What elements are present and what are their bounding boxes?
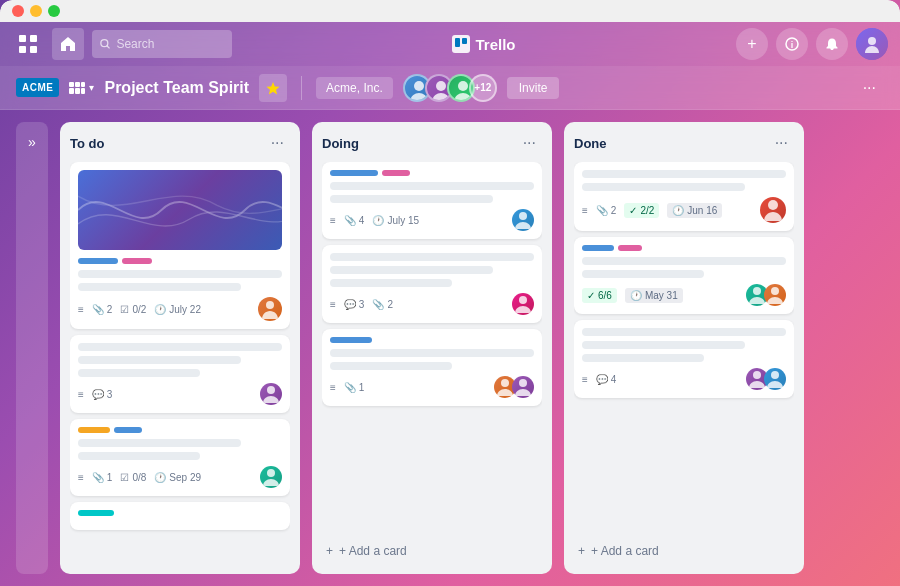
check-icon: ☑ [120,304,129,315]
svg-rect-3 [30,46,37,53]
card-meta: ≡ 💬 4 [582,374,616,385]
meta-comment: 💬 4 [596,374,617,385]
svg-point-15 [458,81,468,91]
card-meta: ≡ 📎 4 🕐 July 15 [330,215,419,226]
card-doing-1[interactable]: ≡ 📎 4 🕐 July 15 [322,162,542,239]
card-text [582,341,745,349]
card-todo-1[interactable]: ≡ 📎 2 ☑ 0/2 🕐 July 22 [70,162,290,329]
svg-rect-8 [462,38,467,44]
meta-attach: 📎 2 [596,205,617,216]
svg-point-16 [266,301,274,309]
svg-text:i: i [791,40,794,50]
card-meta: ≡ 💬 3 📎 2 [330,299,393,310]
star-button[interactable] [259,74,287,102]
card-footer: ≡ 💬 4 [582,368,786,390]
card-done-2[interactable]: ✓ 6/6 🕐 May 31 [574,237,794,314]
card-avatar [260,466,282,488]
card-todo-3[interactable]: ≡ 📎 1 ☑ 0/8 🕐 Sep 29 [70,419,290,496]
card-avatar [760,197,786,223]
workspace-chip[interactable]: Acme, Inc. [316,77,393,99]
board-title: Project Team Spirit [104,79,249,97]
card-text [330,279,452,287]
card-meta: ≡ 📎 1 [330,382,364,393]
list-done-title: Done [574,136,607,151]
card-meta: ✓ 6/6 🕐 May 31 [582,288,683,303]
clock-icon: 🕐 [154,304,166,315]
svg-point-18 [267,469,275,477]
workspace-icon [69,82,85,94]
card-labels [78,427,282,433]
card-text [330,266,493,274]
search-input[interactable] [116,37,224,51]
list-todo-menu[interactable]: ··· [265,132,290,154]
meta-date: 🕐 Sep 29 [154,472,201,483]
meta-check: ☑ 0/2 [120,304,146,315]
svg-point-14 [436,81,446,91]
label-blue [114,427,142,433]
workspace-chevron: ▾ [89,82,94,93]
card-done-3[interactable]: ≡ 💬 4 [574,320,794,398]
meta-date: 🕐 July 15 [372,215,419,226]
list-done-menu[interactable]: ··· [769,132,794,154]
sidebar-toggle[interactable]: » [24,130,40,154]
card-text [78,452,200,460]
card-todo-4[interactable] [70,502,290,530]
svg-rect-6 [452,35,470,53]
card-footer: ✓ 6/6 🕐 May 31 [582,284,786,306]
home-button[interactable] [52,28,84,60]
svg-point-19 [519,212,527,220]
card-footer: ≡ 📎 1 ☑ 0/8 🕐 Sep 29 [78,466,282,488]
checklist-badge: ✓ 6/6 [582,288,617,303]
info-button[interactable]: i [776,28,808,60]
card-meta: ≡ 📎 1 ☑ 0/8 🕐 Sep 29 [78,472,201,483]
board-menu-button[interactable]: ··· [855,75,884,101]
label-blue [78,258,118,264]
card-todo-2[interactable]: ≡ 💬 3 [70,335,290,413]
svg-marker-12 [267,82,280,95]
card-text [78,369,200,377]
meta-comment: 💬 3 [92,389,113,400]
meta-comment: 💬 3 [344,299,365,310]
list-doing-header: Doing ··· [322,132,542,154]
svg-rect-7 [455,38,460,47]
divider-1 [301,76,302,100]
card-avatar [512,293,534,315]
label-pink [122,258,152,264]
meta-list: ≡ [78,389,84,400]
card-doing-3[interactable]: ≡ 📎 1 [322,329,542,406]
notifications-button[interactable] [816,28,848,60]
date-badge: 🕐 Jun 16 [667,203,722,218]
card-text [582,328,786,336]
svg-point-4 [101,40,108,47]
add-card-button-doing[interactable]: + + Add a card [322,538,542,564]
member-avatars: +12 [403,74,497,102]
card-doing-2[interactable]: ≡ 💬 3 📎 2 [322,245,542,323]
card-done-1[interactable]: ≡ 📎 2 ✓ 2/2 🕐 Jun 16 [574,162,794,231]
card-labels [330,170,534,176]
search-bar[interactable] [92,30,232,58]
card-labels [78,510,282,516]
window-maximize-dot[interactable] [48,5,60,17]
svg-rect-1 [30,35,37,42]
grid-icon[interactable] [12,28,44,60]
card-meta: ≡ 📎 2 ✓ 2/2 🕐 Jun 16 [582,203,722,218]
invite-button[interactable]: Invite [507,77,560,99]
add-button[interactable]: + [736,28,768,60]
window-close-dot[interactable] [12,5,24,17]
workspace-selector[interactable]: ▾ [69,82,94,94]
meta-list: ≡ [78,472,84,483]
user-avatar[interactable] [856,28,888,60]
svg-point-27 [771,371,779,379]
list-doing-menu[interactable]: ··· [517,132,542,154]
svg-point-22 [519,379,527,387]
meta-date: 🕐 July 22 [154,304,201,315]
member-count[interactable]: +12 [469,74,497,102]
card-footer: ≡ 💬 3 [78,383,282,405]
sidebar: » [16,122,48,574]
card-text [78,439,241,447]
label-teal [78,510,114,516]
add-card-button-done[interactable]: + + Add a card [574,538,794,564]
card-text [330,362,452,370]
window-minimize-dot[interactable] [30,5,42,17]
card-image [78,170,282,250]
